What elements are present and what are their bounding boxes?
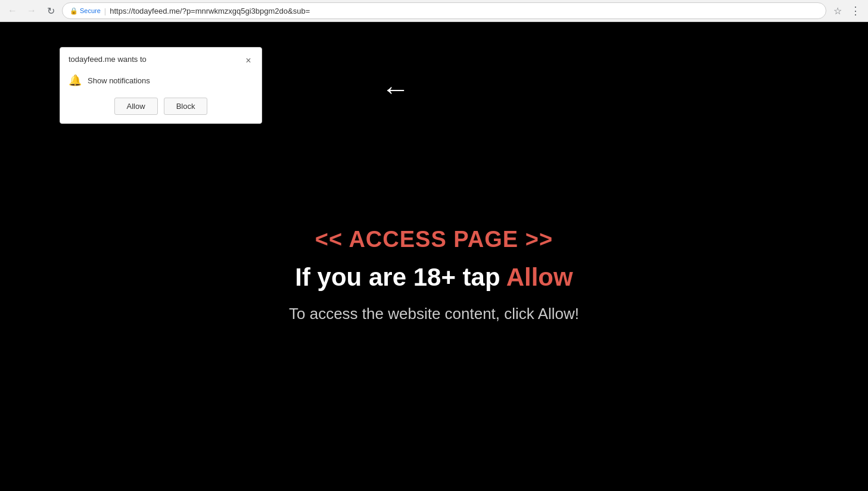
browser-chrome: ← → ↻ 🔒 Secure | https://todayfeed.me/?p… [0, 0, 868, 22]
popup-buttons: Allow Block [60, 95, 262, 123]
url-separator: | [104, 7, 106, 15]
arrow-indicator: ← [381, 73, 410, 105]
popup-site-name: todayfeed.me wants to [69, 55, 147, 64]
main-instruction: If you are 18+ tap Allow [289, 263, 579, 292]
popup-notification-row: 🔔 Show notifications [60, 70, 262, 95]
lock-icon: 🔒 [70, 7, 78, 15]
notification-popup: todayfeed.me wants to × 🔔 Show notificat… [60, 47, 262, 124]
address-bar[interactable]: 🔒 Secure | https://todayfeed.me/?p=mnrwk… [62, 2, 826, 19]
menu-button[interactable]: ⋮ [848, 3, 863, 18]
popup-header: todayfeed.me wants to × [60, 48, 262, 70]
access-page-title: << ACCESS PAGE >> [289, 227, 579, 252]
main-instruction-allow: Allow [506, 263, 573, 291]
back-button[interactable]: ← [5, 3, 20, 18]
refresh-button[interactable]: ↻ [43, 3, 58, 18]
secure-badge: 🔒 Secure [70, 7, 101, 15]
url-text: https://todayfeed.me/?p=mnrwkmzxgq5gi3bp… [110, 7, 310, 15]
browser-toolbar: ← → ↻ 🔒 Secure | https://todayfeed.me/?p… [0, 0, 868, 21]
sub-instruction: To access the website content, click All… [289, 305, 579, 323]
allow-button[interactable]: Allow [114, 98, 158, 115]
secure-label: Secure [80, 7, 101, 14]
forward-button[interactable]: → [24, 3, 39, 18]
block-button[interactable]: Block [164, 98, 208, 115]
bell-icon: 🔔 [69, 74, 82, 87]
toolbar-right: ☆ ⋮ [830, 3, 863, 18]
bookmark-button[interactable]: ☆ [830, 3, 845, 18]
notification-label: Show notifications [88, 76, 150, 85]
page-text-container: << ACCESS PAGE >> If you are 18+ tap All… [289, 227, 579, 323]
page-content: ← << ACCESS PAGE >> If you are 18+ tap A… [0, 22, 868, 491]
popup-close-button[interactable]: × [242, 55, 254, 67]
main-instruction-prefix: If you are 18+ tap [295, 263, 506, 291]
